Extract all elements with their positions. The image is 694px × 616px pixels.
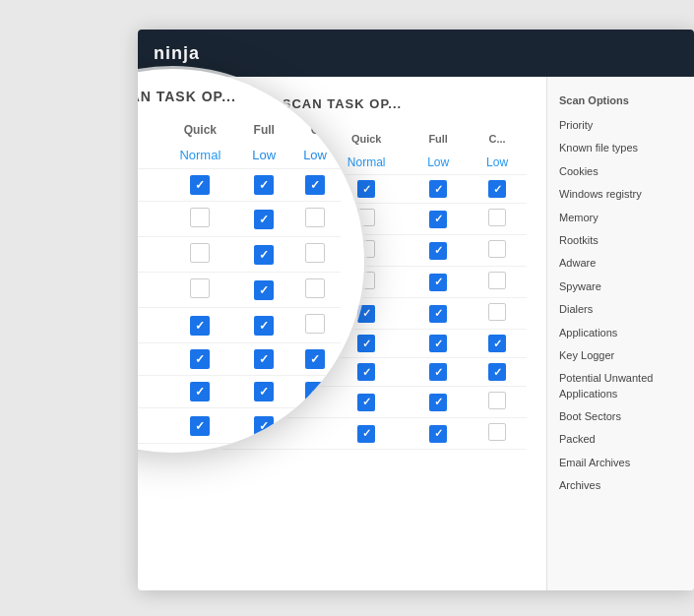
mag-row-quick[interactable] [161, 237, 238, 273]
checkbox-checked[interactable] [488, 335, 506, 352]
mag-row-full[interactable] [238, 169, 289, 202]
mag-priority-value[interactable]: Low [303, 148, 327, 162]
checkbox-unchecked[interactable] [488, 392, 506, 409]
sidebar-item-15[interactable]: Archives [547, 474, 694, 497]
checkbox-unchecked[interactable] [488, 423, 506, 441]
checkbox-checked[interactable] [357, 335, 375, 352]
mag-row-quick[interactable] [161, 343, 238, 376]
row-custom[interactable] [468, 267, 527, 298]
mag-row-full[interactable] [238, 273, 289, 308]
checkbox-unchecked[interactable] [488, 303, 506, 321]
mag-checkbox-unchecked[interactable] [305, 208, 325, 227]
mag-row-full[interactable] [238, 202, 289, 237]
mag-row-quick[interactable] [161, 408, 238, 444]
row-full[interactable] [409, 358, 468, 387]
mag-checkbox-checked[interactable] [190, 316, 210, 336]
row-quick[interactable] [324, 418, 409, 450]
checkbox-unchecked[interactable] [488, 240, 506, 258]
row-custom[interactable] [468, 298, 527, 330]
checkbox-unchecked[interactable] [488, 272, 506, 289]
checkbox-checked[interactable] [429, 425, 447, 443]
checkbox-checked[interactable] [429, 305, 447, 323]
checkbox-checked[interactable] [357, 180, 375, 198]
sidebar-item-0[interactable]: Priority [547, 114, 694, 137]
sidebar-item-7[interactable]: Spyware [547, 276, 694, 298]
mag-checkbox-unchecked[interactable] [190, 208, 210, 227]
mag-checkbox-checked[interactable] [190, 382, 210, 401]
mag-row-quick[interactable] [161, 376, 238, 408]
sidebar-item-9[interactable]: Applications [547, 322, 694, 344]
mag-checkbox-checked[interactable] [254, 210, 274, 229]
mag-row-custom[interactable] [289, 237, 341, 273]
mag-checkbox-unchecked[interactable] [305, 314, 325, 334]
mag-checkbox-checked[interactable] [254, 280, 274, 300]
row-custom[interactable] [468, 235, 527, 267]
row-custom[interactable] [468, 387, 527, 418]
mag-checkbox-checked[interactable] [254, 245, 274, 265]
checkbox-checked[interactable] [429, 363, 447, 381]
checkbox-unchecked[interactable] [488, 209, 506, 226]
sidebar-item-11[interactable]: Potential Unwanted Applications [547, 367, 694, 405]
mag-priority-value[interactable]: Normal [179, 148, 221, 162]
checkbox-checked[interactable] [488, 363, 506, 381]
row-full[interactable] [409, 175, 468, 204]
mag-checkbox-checked[interactable] [190, 349, 210, 369]
mag-checkbox-checked[interactable] [254, 316, 274, 336]
mag-row-full[interactable] [238, 343, 289, 376]
checkbox-checked[interactable] [488, 180, 506, 198]
row-custom[interactable] [468, 175, 527, 204]
mag-checkbox-unchecked[interactable] [305, 278, 325, 298]
checkbox-checked[interactable] [429, 180, 447, 198]
row-full[interactable] [409, 235, 468, 267]
mag-checkbox-checked[interactable] [254, 349, 274, 369]
priority-value[interactable]: Low [427, 155, 449, 169]
mag-checkbox-checked[interactable] [254, 382, 274, 401]
sidebar-item-5[interactable]: Rootkits [547, 229, 694, 252]
priority-value[interactable]: Low [486, 155, 508, 169]
mag-checkbox-checked[interactable] [305, 175, 325, 195]
mag-checkbox-unchecked[interactable] [305, 243, 325, 263]
row-full[interactable] [409, 267, 468, 298]
checkbox-checked[interactable] [429, 274, 447, 291]
sidebar-item-14[interactable]: Email Archives [547, 452, 694, 474]
checkbox-checked[interactable] [429, 335, 447, 352]
mag-row-custom[interactable] [289, 308, 341, 343]
mag-checkbox-checked[interactable] [254, 175, 274, 195]
mag-row-custom[interactable] [289, 202, 341, 237]
checkbox-checked[interactable] [357, 305, 375, 323]
checkbox-checked[interactable] [357, 363, 375, 381]
row-custom[interactable] [468, 204, 527, 235]
checkbox-checked[interactable] [429, 242, 447, 260]
row-custom[interactable] [468, 330, 527, 358]
checkbox-checked[interactable] [429, 394, 447, 411]
mag-row-custom[interactable] [289, 169, 341, 202]
mag-checkbox-unchecked[interactable] [190, 243, 210, 263]
checkbox-checked[interactable] [429, 211, 447, 228]
sidebar-item-1[interactable]: Known file types [547, 137, 694, 159]
row-custom[interactable] [468, 418, 527, 450]
row-full[interactable] [409, 298, 468, 330]
mag-row-quick[interactable] [161, 273, 238, 308]
mag-checkbox-unchecked[interactable] [190, 278, 210, 298]
row-quick[interactable] [324, 387, 409, 418]
sidebar-item-2[interactable]: Cookies [547, 160, 694, 183]
sidebar-item-4[interactable]: Memory [547, 207, 694, 229]
checkbox-checked[interactable] [357, 425, 375, 443]
row-quick[interactable] [324, 358, 409, 387]
mag-row-full[interactable] [238, 308, 289, 343]
sidebar-item-10[interactable]: Key Logger [547, 344, 694, 367]
row-custom[interactable] [468, 358, 527, 387]
sidebar-item-12[interactable]: Boot Sectors [547, 405, 694, 428]
row-full[interactable] [409, 330, 468, 358]
sidebar-item-13[interactable]: Packed [547, 428, 694, 451]
mag-checkbox-checked[interactable] [190, 175, 210, 195]
mag-row-full[interactable] [238, 376, 289, 408]
sidebar-item-8[interactable]: Dialers [547, 298, 694, 321]
mag-checkbox-checked[interactable] [305, 349, 325, 369]
row-full[interactable] [409, 418, 468, 450]
row-full[interactable] [409, 204, 468, 235]
sidebar-item-3[interactable]: Windows registry [547, 183, 694, 206]
row-full[interactable] [409, 387, 468, 418]
mag-row-quick[interactable] [161, 202, 238, 237]
mag-row-full[interactable] [238, 237, 289, 273]
